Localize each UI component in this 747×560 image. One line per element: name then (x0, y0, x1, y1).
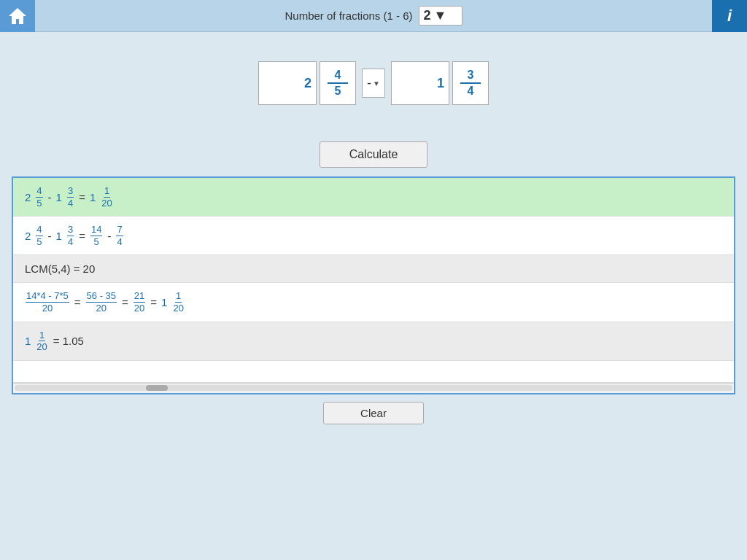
result-calc-expr: 14*4 - 7*520 = 56 - 3520 = 2120 = 1 120 (25, 290, 722, 314)
r2-frac1: 45 (36, 224, 42, 247)
result-row-4: 14*4 - 7*520 = 56 - 3520 = 2120 = 1 120 (13, 283, 734, 322)
fraction2-denominator[interactable]: 4 (460, 84, 481, 98)
input-area: 2 4 5 - ▼ 1 3 4 (0, 61, 747, 105)
calculate-area: Calculate (0, 141, 747, 168)
fraction1-numerator[interactable]: 4 (328, 69, 348, 84)
clear-area: Clear (0, 402, 747, 424)
fraction1-denominator[interactable]: 5 (328, 84, 348, 98)
operator-symbol: - (367, 76, 371, 91)
r1-result-whole: 1 (90, 191, 96, 203)
svg-marker-0 (9, 8, 26, 24)
result-row-3: LCM(5,4) = 20 (13, 255, 734, 283)
r1-whole1: 2 (25, 191, 31, 203)
scrollbar[interactable] (13, 383, 734, 393)
header: Number of fractions (1 - 6) 2 ▼ i (0, 0, 747, 32)
fraction2-whole[interactable]: 1 (391, 61, 449, 105)
result-row-padding (13, 361, 734, 383)
fraction-count-value: 2 (424, 8, 431, 23)
r1-frac2: 34 (67, 185, 74, 209)
operator-select[interactable]: - ▼ (362, 69, 385, 98)
r4-frac2: 56 - 3520 (86, 290, 117, 314)
calculate-button[interactable]: Calculate (320, 141, 428, 168)
fraction1-whole[interactable]: 2 (258, 61, 317, 105)
result-convert-expr: 2 45 - 1 34 = 145 - 74 (25, 224, 722, 247)
lcm-text: LCM(5,4) = 20 (25, 262, 95, 275)
r1-frac1: 45 (36, 185, 42, 209)
header-label: Number of fractions (1 - 6) (285, 9, 412, 22)
r4-frac1: 14*4 - 7*520 (26, 290, 69, 314)
home-icon (7, 6, 28, 26)
r2-eq: = (79, 230, 85, 242)
r1-eq: = (79, 191, 85, 203)
r4-whole: 1 (161, 296, 167, 308)
fraction2-numerator[interactable]: 3 (460, 69, 481, 84)
r4-eq3: = (150, 296, 157, 308)
r5-frac: 120 (36, 330, 47, 353)
r2-imp2: 74 (116, 224, 123, 247)
scrollbar-track[interactable] (15, 385, 732, 391)
fraction-count-select[interactable]: 2 ▼ (419, 6, 462, 26)
fraction-count-arrow: ▼ (434, 8, 447, 23)
result-summary-expr: 2 45 - 1 34 = 1 120 (25, 185, 722, 209)
info-button[interactable]: i (712, 0, 747, 32)
result-decimal-expr: 1 120 = 1.05 (25, 330, 722, 353)
r5-eq: = 1.05 (53, 335, 84, 347)
clear-button[interactable]: Clear (323, 402, 424, 424)
r2-whole1: 2 (25, 230, 31, 242)
fraction1-fraction[interactable]: 4 5 (320, 61, 356, 105)
operator-arrow: ▼ (373, 79, 380, 88)
fraction2-fraction[interactable]: 3 4 (452, 61, 489, 105)
r2-whole2: 1 (56, 230, 62, 242)
result-row-1: 2 45 - 1 34 = 1 120 (13, 178, 734, 217)
result-row-2: 2 45 - 1 34 = 145 - 74 (13, 217, 734, 255)
r2-op: - (48, 230, 52, 242)
scrollbar-thumb[interactable] (146, 385, 168, 391)
r1-result-frac: 120 (101, 185, 112, 209)
r2-op2: - (107, 230, 111, 242)
r4-frac3: 2120 (133, 290, 145, 314)
r4-eq2: = (122, 296, 128, 308)
r1-whole2: 1 (56, 191, 62, 203)
r4-frac4: 120 (172, 290, 184, 314)
home-button[interactable] (0, 0, 35, 32)
result-row-5: 1 120 = 1.05 (13, 322, 734, 361)
r5-whole: 1 (25, 335, 31, 347)
r2-imp1: 145 (90, 224, 102, 247)
r1-op: - (48, 191, 52, 203)
fraction1-group: 2 4 5 (258, 61, 356, 105)
fraction2-group: 1 3 4 (391, 61, 489, 105)
r4-eq1: = (74, 296, 81, 308)
info-icon: i (727, 7, 732, 26)
r2-frac2: 34 (67, 224, 74, 247)
results-area: 2 45 - 1 34 = 1 120 2 45 - 1 34 (12, 176, 735, 394)
